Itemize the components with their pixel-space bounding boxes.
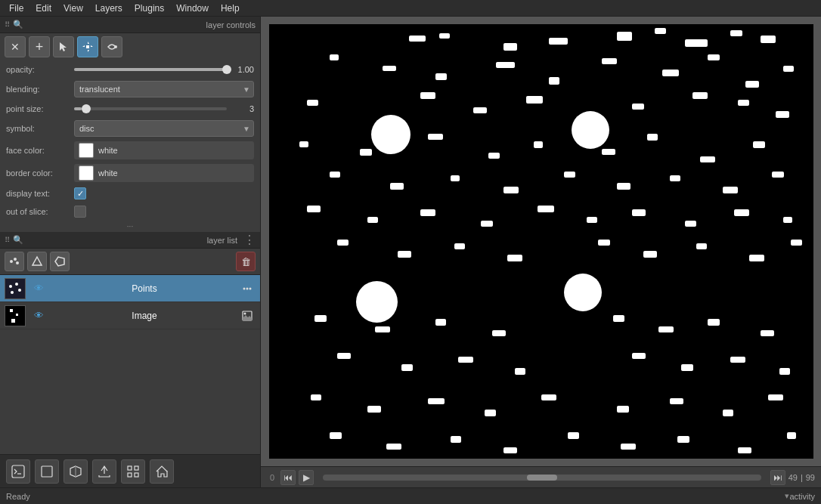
symbol-arrow: ▼	[243, 125, 250, 133]
opacity-value: 1.00	[231, 65, 254, 74]
svg-point-14	[18, 289, 21, 292]
layer-name-image: Image	[50, 311, 239, 321]
view-2d-btn[interactable]	[35, 459, 59, 484]
svg-point-16	[243, 287, 246, 289]
border-color-text: white	[98, 169, 118, 178]
border-color-label: border color:	[6, 169, 74, 178]
canvas-area: 0 ⏮ ▶ ⏭ 49 | 99	[261, 17, 821, 487]
bottom-toolbar	[0, 454, 260, 487]
blending-dropdown[interactable]: translucent ▼	[74, 81, 254, 97]
svg-rect-5	[86, 45, 89, 48]
point-size-slider[interactable]	[74, 107, 227, 110]
layer-thumb-image	[5, 305, 26, 326]
select-mode-btn[interactable]	[53, 36, 74, 57]
skip-start-btn[interactable]: ⏮	[280, 470, 296, 485]
layer-controls-section: ⠿ 🔍 layer controls ✕ +	[0, 17, 260, 232]
svg-point-13	[15, 283, 18, 286]
frame-total: 99	[806, 473, 815, 482]
new-shapes-btn[interactable]	[27, 252, 47, 271]
layer-list-section: ⠿ 🔍 layer list ⋮	[0, 232, 260, 454]
menubar: File Edit View Layers Plugins Window Hel…	[0, 0, 821, 17]
canvas-viewport[interactable]	[269, 24, 813, 459]
blending-arrow: ▼	[243, 85, 250, 94]
border-color-swatch[interactable]	[79, 165, 94, 181]
layer-options-points[interactable]	[239, 280, 256, 297]
svg-marker-11	[55, 257, 64, 266]
face-color-text: white	[98, 146, 118, 155]
display-text-label: display text:	[6, 189, 74, 198]
skip-end-btn[interactable]: ⏭	[770, 470, 785, 485]
svg-point-17	[246, 287, 249, 289]
svg-rect-27	[135, 466, 138, 470]
svg-rect-29	[135, 473, 138, 477]
canvas-container[interactable]	[261, 17, 821, 466]
layer-item-points[interactable]: 👁 Points	[0, 275, 260, 302]
opacity-slider[interactable]	[74, 68, 227, 71]
menu-edit[interactable]: Edit	[29, 2, 57, 15]
status-bar: Ready ▾ activity	[0, 487, 821, 504]
transform-mode-btn[interactable]	[101, 36, 122, 57]
menu-help[interactable]: Help	[215, 2, 246, 15]
layer-list-menu-btn[interactable]: ⋮	[243, 233, 256, 247]
search-icon: 🔍	[13, 20, 23, 29]
frame-current: 49	[788, 473, 798, 482]
svg-marker-10	[33, 257, 42, 265]
menu-window[interactable]: Window	[170, 2, 215, 15]
point-size-label: point size:	[6, 104, 74, 113]
layer-controls-title: layer controls	[23, 20, 256, 29]
menu-layers[interactable]: Layers	[89, 2, 129, 15]
layer-controls-header: ⠿ 🔍 layer controls	[0, 17, 260, 33]
grid-btn[interactable]	[121, 459, 145, 484]
move-mode-btn[interactable]	[77, 36, 98, 57]
delete-layer-btn[interactable]: 🗑	[236, 252, 256, 271]
view-3d-btn[interactable]	[64, 459, 88, 484]
close-btn[interactable]: ✕	[5, 36, 26, 57]
opacity-row: opacity: 1.00	[0, 60, 260, 79]
face-color-label: face color:	[6, 146, 74, 155]
layer-eye-points[interactable]: 👁	[30, 280, 47, 297]
add-layer-btn[interactable]: +	[29, 36, 50, 57]
new-points-btn[interactable]	[5, 252, 24, 271]
canvas-controls-bar: 0 ⏮ ▶ ⏭ 49 | 99	[261, 466, 821, 487]
svg-marker-2	[88, 48, 89, 52]
layer-thumb-points	[5, 278, 26, 299]
menu-file[interactable]: File	[3, 2, 29, 15]
frame-start: 0	[267, 473, 277, 482]
layer-eye-image[interactable]: 👁	[30, 308, 47, 324]
search-icon-2: 🔍	[13, 235, 23, 245]
main-layout: ⠿ 🔍 layer controls ✕ +	[0, 17, 821, 487]
status-ready: Ready	[6, 492, 785, 501]
terminal-btn[interactable]	[6, 459, 30, 484]
home-btn[interactable]	[150, 459, 174, 484]
layer-list-toolbar: 🗑	[0, 249, 260, 275]
face-color-row: face color: white	[0, 139, 260, 162]
drag-icon-2: ⠿	[5, 236, 10, 244]
svg-point-18	[249, 287, 252, 289]
blending-value: translucent	[79, 85, 120, 94]
display-text-row: display text: ✓	[0, 184, 260, 203]
out-of-slice-checkbox[interactable]	[74, 206, 86, 218]
opacity-label: opacity:	[6, 65, 74, 74]
timeline-scrubber[interactable]	[323, 475, 761, 481]
svg-marker-0	[60, 42, 67, 51]
point-size-value: 3	[231, 104, 254, 113]
svg-rect-28	[128, 473, 132, 477]
display-text-checkbox[interactable]: ✓	[74, 187, 86, 199]
face-color-swatch[interactable]	[79, 143, 94, 158]
export-btn[interactable]	[92, 459, 116, 484]
svg-point-20	[244, 312, 246, 314]
layer-list-title: layer list	[23, 236, 237, 245]
svg-marker-1	[88, 42, 89, 45]
play-btn[interactable]: ▶	[299, 470, 314, 485]
menu-plugins[interactable]: Plugins	[129, 2, 170, 15]
svg-marker-4	[89, 45, 93, 47]
menu-view[interactable]: View	[57, 2, 89, 15]
point-size-row: point size: 3	[0, 100, 260, 118]
symbol-dropdown[interactable]: disc ▼	[74, 120, 254, 137]
layer-item-image[interactable]: 👁 Image	[0, 302, 260, 329]
frame-counter: 49 | 99	[788, 473, 815, 482]
new-labels-btn[interactable]	[50, 252, 70, 271]
svg-point-7	[10, 260, 13, 263]
layer-icon-image	[239, 308, 256, 324]
svg-rect-26	[128, 466, 132, 470]
